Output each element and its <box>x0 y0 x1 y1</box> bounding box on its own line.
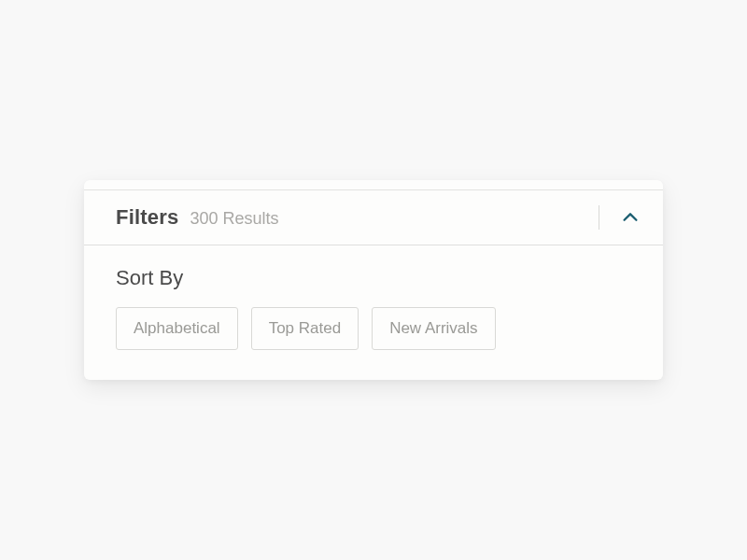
header-right <box>599 203 644 231</box>
sort-option-alphabetical[interactable]: Alphabetical <box>116 307 238 350</box>
header-divider <box>599 205 599 230</box>
filters-header: Filters 300 Results <box>84 189 663 245</box>
results-count: 300 Results <box>190 209 278 229</box>
sort-option-new-arrivals[interactable]: New Arrivals <box>372 307 495 350</box>
filters-body: Sort By Alphabetical Top Rated New Arriv… <box>84 245 663 380</box>
filters-panel: Filters 300 Results Sort By Alphabetical… <box>84 180 663 380</box>
sort-option-top-rated[interactable]: Top Rated <box>251 307 359 350</box>
collapse-toggle[interactable] <box>616 203 644 231</box>
sort-options: Alphabetical Top Rated New Arrivals <box>116 307 631 350</box>
filters-title: Filters <box>116 205 178 230</box>
chevron-up-icon <box>620 207 641 228</box>
header-left: Filters 300 Results <box>116 205 278 230</box>
sort-by-label: Sort By <box>116 266 631 290</box>
